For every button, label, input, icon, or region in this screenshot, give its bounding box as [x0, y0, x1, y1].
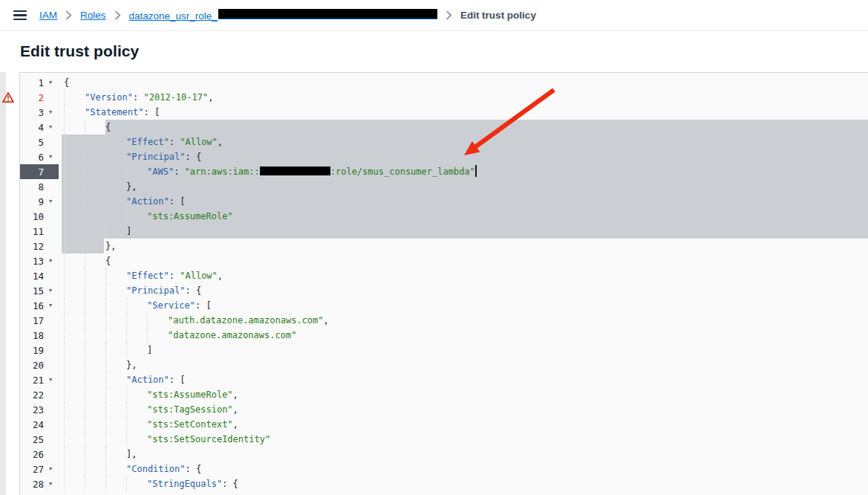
indent-guide	[64, 164, 85, 179]
token: : {	[185, 285, 201, 296]
code-line[interactable]: 12},	[20, 239, 868, 253]
code-line[interactable]: 8},	[20, 179, 868, 194]
code-text: "Effect": "Allow",	[64, 135, 223, 149]
code-line[interactable]: 5"Effect": "Allow",	[20, 135, 868, 149]
line-gutter: 22	[20, 387, 59, 402]
indent-guide	[64, 313, 85, 328]
indent-guide	[64, 417, 85, 432]
code-line[interactable]: 21▼"Action": [	[20, 372, 868, 387]
hamburger-menu-icon[interactable]	[13, 10, 27, 20]
indent-guide	[64, 239, 85, 253]
breadcrumb-link[interactable]: IAM	[39, 10, 57, 21]
indent-guide	[105, 298, 126, 313]
line-gutter: 23	[20, 402, 59, 417]
code-line[interactable]: 19]	[20, 343, 868, 358]
fold-caret-icon[interactable]: ▼	[44, 462, 57, 476]
code-line[interactable]: 20},	[20, 358, 868, 372]
code-text: ]	[64, 224, 131, 239]
code-line[interactable]: 14"Effect": "Allow",	[20, 268, 868, 283]
fold-caret-icon[interactable]: ▼	[44, 105, 57, 120]
token: },	[126, 181, 137, 192]
fold-caret-icon[interactable]: ▼	[44, 298, 57, 313]
code-line[interactable]: 13▼{	[20, 253, 868, 268]
code-line[interactable]: 23"sts:TagSession",	[20, 402, 868, 417]
code-line[interactable]: 18"datazone.amazonaws.com"	[20, 328, 868, 343]
code-line[interactable]: 4▼{	[20, 120, 868, 135]
json-policy-editor[interactable]: 1▼{2"Version": "2012-10-17",3▼"Statement…	[19, 72, 868, 495]
fold-caret-icon[interactable]: ▼	[44, 372, 57, 387]
indent-guide	[126, 328, 147, 343]
indent-guide	[126, 432, 147, 447]
token: ,	[218, 137, 223, 147]
indent-guide	[105, 387, 126, 402]
indent-guide	[105, 402, 126, 417]
token: "arn:aws:iam::	[185, 166, 260, 177]
indent-guide	[126, 313, 147, 328]
indent-guide	[105, 432, 126, 447]
code-line[interactable]: 28▼"StringEquals": {	[20, 476, 868, 491]
redaction-bar	[218, 9, 437, 19]
chevron-right-icon	[114, 10, 121, 20]
code-text: "sts:TagSession",	[64, 402, 238, 417]
code-line[interactable]: 17"auth.datazone.amazonaws.com",	[20, 313, 868, 328]
code-line[interactable]: 22"sts:AssumeRole",	[20, 387, 868, 402]
fold-caret-icon[interactable]: ▼	[44, 194, 57, 209]
token: "datazone.amazonaws.com"	[168, 330, 296, 340]
breadcrumb-link[interactable]: datazone_usr_role_	[129, 9, 437, 22]
fold-caret-icon[interactable]: ▼	[44, 476, 57, 491]
fold-caret-icon[interactable]: ▼	[44, 283, 57, 298]
code-line[interactable]: 9▼"Action": [	[20, 194, 868, 209]
indent-guide	[64, 283, 85, 298]
indent-guide	[85, 298, 105, 313]
indent-guide	[64, 447, 85, 462]
line-gutter: 28▼	[20, 476, 59, 491]
line-gutter: 15▼	[20, 283, 59, 298]
page-title: Edit trust policy	[20, 42, 868, 60]
code-line[interactable]: 2"Version": "2012-10-17",	[20, 90, 868, 105]
indent-guide	[105, 328, 126, 343]
code-line[interactable]: 16▼"Service": [	[20, 298, 868, 313]
indent-guide	[64, 358, 85, 372]
token: "sts:AssumeRole"	[147, 389, 233, 400]
code-line[interactable]: 24"sts:SetContext",	[20, 417, 868, 432]
code-line[interactable]: 26],	[20, 447, 868, 462]
code-text: "Action": [	[64, 372, 185, 387]
indent-guide	[147, 313, 168, 328]
token: "Action"	[126, 196, 169, 207]
code-line[interactable]: 27▼"Condition": {	[20, 462, 868, 476]
indent-guide	[126, 298, 147, 313]
code-line[interactable]: 7"AWS": "arn:aws:iam:::role/smus_consume…	[20, 164, 868, 179]
code-line[interactable]: 6▼"Principal": {	[20, 149, 868, 164]
indent-guide	[64, 402, 85, 417]
code-line[interactable]: 15▼"Principal": {	[20, 283, 868, 298]
token: "Principal"	[126, 285, 185, 296]
fold-caret-icon[interactable]: ▼	[44, 253, 57, 268]
fold-caret-icon[interactable]: ▼	[44, 120, 57, 135]
code-line[interactable]: 1▼{	[20, 75, 868, 90]
editor-lines: 1▼{2"Version": "2012-10-17",3▼"Statement…	[20, 75, 868, 491]
line-number: 18	[20, 330, 44, 341]
indent-guide	[105, 476, 126, 491]
code-line[interactable]: 10"sts:AssumeRole"	[20, 209, 868, 224]
indent-guide	[64, 253, 85, 268]
code-line[interactable]: 3▼"Statement": [	[20, 105, 868, 120]
line-gutter: 5	[20, 135, 59, 149]
token: ]	[147, 345, 152, 355]
indent-guide	[85, 179, 105, 194]
fold-caret-icon[interactable]: ▼	[44, 149, 57, 164]
indent-guide	[105, 224, 126, 239]
line-number: 2	[20, 92, 44, 103]
fold-caret-icon[interactable]: ▼	[44, 75, 57, 90]
code-line[interactable]: 25"sts:SetSourceIdentity"	[20, 432, 868, 447]
code-line[interactable]: 11]	[20, 224, 868, 239]
line-number: 11	[20, 226, 44, 237]
code-text: "Principal": {	[64, 283, 201, 298]
line-number: 15	[20, 285, 44, 297]
line-gutter: 18	[20, 328, 59, 343]
token: "auth.datazone.amazonaws.com"	[168, 315, 324, 326]
line-gutter: 26	[20, 447, 59, 462]
breadcrumb-link[interactable]: Roles	[80, 10, 106, 21]
token: : {	[222, 479, 238, 489]
line-gutter: 2	[20, 90, 59, 105]
token: "sts:SetContext"	[147, 419, 233, 430]
